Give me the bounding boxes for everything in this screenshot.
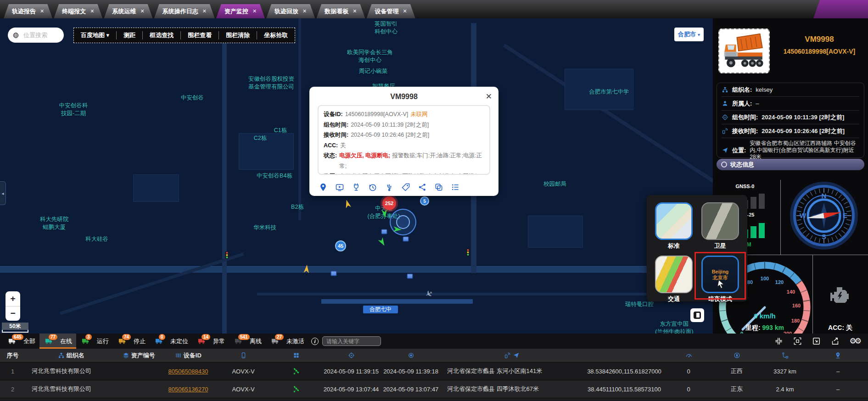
panorama-button[interactable] xyxy=(690,308,704,322)
col-mileage[interactable] xyxy=(762,352,808,359)
close-icon[interactable]: ✕ xyxy=(486,92,492,101)
tag-icon[interactable] xyxy=(401,183,410,192)
col-org[interactable]: 组织名 xyxy=(25,351,117,360)
layer-standard-thumb[interactable] xyxy=(655,202,693,240)
fleet-filter[interactable]: 77 在线 xyxy=(39,334,76,349)
zoom-out-button[interactable]: − xyxy=(6,306,20,321)
fleet-filter[interactable]: 0 未定位 xyxy=(150,334,192,349)
map-search-box[interactable] xyxy=(8,28,64,43)
count-badge: 541 xyxy=(238,334,250,340)
col-speed[interactable] xyxy=(666,352,711,359)
table-row[interactable]: 1 河北兆雪科技有限公司 805065088430 AOVX-V 2024-05… xyxy=(0,362,868,380)
share-icon[interactable] xyxy=(418,183,427,192)
sidebar-collapse-handle[interactable]: ◂ xyxy=(0,181,6,205)
layer-satellite-label[interactable]: 卫星 xyxy=(697,242,743,250)
map-toolbar-item[interactable]: 框选查找 xyxy=(142,31,180,39)
col-status[interactable] xyxy=(271,352,321,359)
tab[interactable]: 资产监控 ✕ xyxy=(216,4,265,18)
fleet-filter[interactable]: 27 未激活 xyxy=(266,334,308,349)
fleet-filter[interactable]: 645 全部 xyxy=(3,334,39,349)
layer-traffic-thumb[interactable] xyxy=(655,256,693,293)
tab-close-icon[interactable]: ✕ xyxy=(353,4,357,18)
tab-close-icon[interactable]: ✕ xyxy=(252,4,257,18)
zoom-in-button[interactable]: + xyxy=(6,291,20,306)
fleet-filter[interactable]: 3 运行 xyxy=(76,334,113,349)
city-selector[interactable]: 合肥市 ▾ xyxy=(674,28,704,41)
cell-device-id-link[interactable]: 805065136270 xyxy=(161,386,216,393)
table-row[interactable] xyxy=(0,398,868,401)
gear-icon[interactable]: ⚙⚙ xyxy=(850,336,860,346)
map-place-label: C1栋 xyxy=(274,127,287,134)
table-row[interactable]: 2 河北兆雪科技有限公司 805065136270 AOVX-V 2024-05… xyxy=(0,380,868,398)
col-extra[interactable] xyxy=(808,352,868,359)
map-vehicle-marker[interactable] xyxy=(381,229,387,234)
tab-close-icon[interactable]: ✕ xyxy=(302,4,307,18)
col-packet-time[interactable] xyxy=(321,352,381,359)
map-cluster-marker[interactable]: 5 xyxy=(420,196,429,206)
usb-icon[interactable] xyxy=(385,183,394,192)
fleet-filter[interactable]: 74 停止 xyxy=(113,334,150,349)
cell-device-id-link[interactable]: 805065088430 xyxy=(161,368,216,375)
map-toolbar-item[interactable]: 百度地图 ▾ xyxy=(74,31,116,39)
map-vehicle-marker[interactable] xyxy=(377,237,387,248)
copy-icon[interactable] xyxy=(434,183,443,192)
map-place-label: 周记小碗菜 xyxy=(359,67,388,75)
navigation-icon xyxy=(722,147,728,154)
map-toolbar-item[interactable]: 测距 xyxy=(116,31,142,39)
tab[interactable]: 轨迹报告 ✕ xyxy=(4,4,52,18)
keyword-search-input[interactable] xyxy=(322,336,381,346)
col-device-id[interactable]: 设备ID xyxy=(161,351,216,360)
col-location[interactable] xyxy=(441,352,583,359)
search-input[interactable] xyxy=(22,31,59,39)
map-vehicle-marker[interactable] xyxy=(466,249,470,256)
col-device-type[interactable] xyxy=(216,352,271,359)
compress-icon[interactable] xyxy=(774,337,783,345)
vehicle-photo[interactable] xyxy=(718,28,770,73)
map-place-label: 中安创谷 xyxy=(181,94,204,102)
map-vehicle-marker[interactable] xyxy=(225,251,229,259)
map-cluster-marker[interactable]: 45 xyxy=(335,240,346,251)
export-icon[interactable] xyxy=(831,337,840,345)
grid-icon xyxy=(293,352,300,359)
map-vehicle-marker[interactable] xyxy=(407,274,413,279)
list-icon[interactable] xyxy=(451,183,460,192)
map-toolbar-item[interactable]: 坐标拾取 xyxy=(257,31,295,39)
map-vehicle-marker[interactable] xyxy=(403,237,409,242)
locate-icon[interactable] xyxy=(319,183,328,192)
fit-frame-icon[interactable] xyxy=(793,337,802,345)
fleet-filter[interactable]: 14 异常 xyxy=(192,334,229,349)
tab-label: 轨迹回放 xyxy=(274,4,298,18)
tab-close-icon[interactable]: ✕ xyxy=(40,4,44,18)
map-canvas[interactable]: 英国智引 科创中心 D3栋 欧美同学会长三角 海创中心 周记小碗菜 安徽创谷股权… xyxy=(0,18,713,334)
tab-close-icon[interactable]: ✕ xyxy=(202,4,207,18)
col-direction[interactable] xyxy=(711,352,762,359)
map-toolbar-item[interactable]: 围栏查看 xyxy=(180,31,218,39)
tab-close-icon[interactable]: ✕ xyxy=(403,4,407,18)
power-icon[interactable] xyxy=(352,183,361,192)
col-recv-time[interactable] xyxy=(381,352,441,359)
tab-close-icon[interactable]: ✕ xyxy=(90,4,94,18)
collapse-panel-icon[interactable] xyxy=(812,337,821,345)
tab[interactable]: 系统运维 ✕ xyxy=(104,4,152,18)
history-icon[interactable] xyxy=(368,183,377,192)
fleet-filter[interactable]: 541 离线 xyxy=(229,334,266,349)
tab[interactable]: 终端报文 ✕ xyxy=(54,4,102,18)
layer-standard-label[interactable]: 标准 xyxy=(651,242,697,250)
tab[interactable]: 轨迹回放 ✕ xyxy=(266,4,315,18)
radar-ring xyxy=(396,215,410,229)
tab[interactable]: 数据看板 ✕ xyxy=(316,4,365,18)
map-road xyxy=(60,252,244,315)
col-asset[interactable]: 资产编号 xyxy=(117,351,161,360)
tab-close-icon[interactable]: ✕ xyxy=(140,4,144,18)
tab[interactable]: 系统操作日志 ✕ xyxy=(154,4,215,18)
map-toolbar-item[interactable]: 围栏清除 xyxy=(218,31,257,39)
layer-traffic-label[interactable]: 交通 xyxy=(651,295,697,303)
tab[interactable]: 设备管理 ✕ xyxy=(367,4,415,18)
cell-coords: 38.53842600,115.61827000 xyxy=(583,368,666,375)
map-vehicle-marker[interactable] xyxy=(331,271,337,276)
playback-icon[interactable] xyxy=(335,183,344,192)
info-icon[interactable]: i xyxy=(311,338,319,345)
map-vehicle-marker[interactable] xyxy=(343,199,352,208)
map-cluster-marker[interactable]: 252 xyxy=(382,196,396,210)
layer-satellite-thumb[interactable] xyxy=(701,202,739,240)
